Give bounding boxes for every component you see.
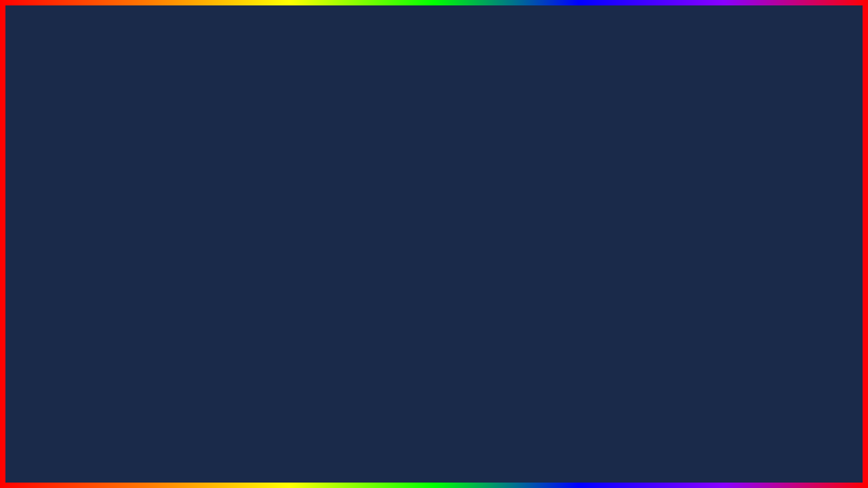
sidebar-label-devil-fruit-r: Devil Fruit [532,420,562,428]
gui-header-left: Mama HUB [ RightControl ] 12235359506 [45,218,348,235]
start-auto-farm-btn[interactable]: Start Auto Farm [105,240,342,260]
devil-fruit-icon: 🍎 [66,408,78,419]
kill-aura-label: Kill Aura (ต่อยคนที่อยู่) [587,268,659,280]
set-farm-btn[interactable]: \\ Set Farm // [105,264,342,280]
shop-icon-r: 🛒 [541,380,553,391]
gui-control-left: [ RightControl ] [103,222,149,230]
combat-icon: ⚔️ [66,297,78,308]
sidebar-label-devil-fruit: Devil Fruit [57,420,87,428]
auto-next-island-toggle[interactable] [785,291,810,304]
gui-panel-right: Mama HUB [ RightControl ] 12235359506 🏠 … [519,217,824,436]
gui-control-right: [ RightControl ] [578,222,623,230]
gui-body-left: 🏠 General 📊 Stats ⚔️ Combat 📍 Teleport 🏰… [45,235,348,434]
home-icon: 🏠 [66,241,78,252]
bottom-text-area: AUTO FARM SCRIPT PASTEBIN [0,430,868,474]
set-farm-label: \\ Set Farm // [202,268,245,276]
bring-mob-normal-label: Bring Mob [Normal] [113,352,177,361]
gui-sidebar-left: 🏠 General 📊 Stats ⚔️ Combat 📍 Teleport 🏰… [45,235,100,434]
auto-select-dungeon-label: Auto Select Dungeon [587,337,658,345]
select-mode-farm-btn[interactable]: Select Mode Farm : Level Farm [105,283,342,300]
sidebar-label-stats: Stats [64,281,80,289]
start-auto-farm-label: Start Auto Farm [113,246,165,254]
sidebar-item-dungeon-left[interactable]: 🏰 Dungeon [45,348,99,376]
stats-icon: 📊 [66,269,78,280]
pastebin-text: PASTEBIN [539,437,674,468]
auto-buy-chip-toggle[interactable] [785,359,810,371]
sidebar-label-teleport-r: Teleport [535,337,559,344]
bring-mob-normal-toggle[interactable] [311,350,335,363]
bring-mob-toggle[interactable] [311,327,335,339]
auto-next-island-btn[interactable]: Auto Next Island [580,287,817,308]
page-title: BLOX FRUITS [0,14,868,100]
gui-hub-right: HUB [555,221,574,231]
sidebar-label-teleport: Teleport [60,337,85,344]
sidebar-item-devil-fruit-right[interactable]: 🍎 Devil Fruit [520,404,574,432]
auto-select-dungeon-btn[interactable]: Auto Select Dungeon [580,331,817,351]
dungeon-icon: 🏰 [66,352,78,363]
select-chips-label: Select Chips : [587,315,633,323]
auto-next-island-label: Auto Next Island [587,293,642,302]
character [393,285,475,420]
dungeon-icon-r: 🏰 [541,352,553,363]
gui-panel-left: Mama HUB [ RightControl ] 12235359506 🏠 … [44,217,349,436]
auto-select-dungeon-toggle[interactable] [785,335,810,347]
auto-buy-chip-btn[interactable]: Auto Buy Chip [580,354,817,375]
kill-aura-btn[interactable]: Kill Aura (ต่อยคนที่อยู่) [580,264,817,284]
select-chips-btn[interactable]: Select Chips : [580,311,817,327]
sidebar-item-shop-right[interactable]: 🛒 Shop [520,376,574,404]
auto-farm-dungeon-label: Auto Farm Dungeon [587,246,654,254]
sidebar-item-combat-right[interactable]: ⚔️ Combat [520,293,574,321]
no-key-label: NO KEY !! [678,176,814,209]
sidebar-item-devil-fruit-left[interactable]: 🍎 Devil Fruit [45,404,99,432]
sidebar-item-stats-right[interactable]: 📊 Stats [520,265,574,293]
sidebar-item-general-left[interactable]: 🏠 General [45,237,99,265]
sidebar-label-general-r: General [535,253,559,261]
gui-content-left: Start Auto Farm \\ Set Farm // Select Mo… [100,235,348,434]
home-icon-r: 🏠 [541,241,553,252]
sidebar-item-shop-left[interactable]: 🛒 Shop [45,376,99,404]
sidebar-label-stats-r: Stats [539,281,555,289]
fast-attack-label: FAST ATTACK [54,176,247,209]
sidebar-label-dungeon: Dungeon [58,365,86,372]
kill-aura-toggle[interactable] [785,268,810,280]
combat-icon-r: ⚔️ [541,297,553,308]
bring-mob-btn[interactable]: Bring Mob [105,323,342,343]
sidebar-label-shop: Shop [64,392,80,400]
auto-farm-dungeon-btn[interactable]: Auto Farm Dungeon [580,240,817,260]
sidebar-item-combat-left[interactable]: ⚔️ Combat [45,293,99,321]
sidebar-item-teleport-left[interactable]: 📍 Teleport [45,321,99,348]
sidebar-item-general-right[interactable]: 🏠 General [520,237,574,265]
sidebar-label-combat: Combat [60,309,84,317]
sidebar-label-general: General [60,253,85,261]
gui-mama-left: Mama [51,221,76,231]
auto-text: AUTO FARM [194,431,419,474]
stats-icon-r: 📊 [541,269,553,280]
sidebar-label-shop-r: Shop [539,392,555,400]
select-mode-farm-label: Select Mode Farm : Level Farm [113,287,217,296]
gui-id-left: 12235359506 [297,222,342,230]
gui-mama-right: Mama [526,221,551,231]
gui-content-right: Auto Farm Dungeon Kill Aura (ต่อยคนที่อย… [574,235,823,434]
script-text: SCRIPT [429,437,529,468]
sidebar-item-stats-left[interactable]: 📊 Stats [45,265,99,293]
teleport-icon-r: 📍 [541,325,553,336]
gui-header-right: Mama HUB [ RightControl ] 12235359506 [520,218,823,235]
gui-sidebar-right: 🏠 General 📊 Stats ⚔️ Combat 📍 Teleport 🏰… [520,235,574,434]
gui-hub-left: HUB [80,221,99,231]
shop-icon: 🛒 [66,380,78,391]
select-farm-method-btn[interactable]: Select Farm Method : Upper [105,303,342,319]
teleport-icon: 📍 [66,325,78,336]
gui-body-right: 🏠 General 📊 Stats ⚔️ Combat 📍 Teleport 🏰… [520,235,823,434]
lights-string [0,122,868,136]
bring-mob-normal-btn[interactable]: Bring Mob [Normal] [105,346,342,367]
sidebar-item-dungeon-right[interactable]: 🏰 Dungeon [520,348,574,376]
gui-id-right: 12235359506 [772,222,817,230]
start-auto-farm-toggle[interactable] [311,244,335,256]
sidebar-label-combat-r: Combat [535,309,559,317]
auto-farm-dungeon-toggle[interactable] [785,244,810,256]
select-farm-method-label: Select Farm Method : Upper [113,307,206,315]
sidebar-label-dungeon-r: Dungeon [533,365,561,372]
devil-fruit-icon-r: 🍎 [541,408,553,419]
sidebar-item-teleport-right[interactable]: 📍 Teleport [520,321,574,348]
bf-logo-text: BLOXFRUITS [766,451,854,483]
